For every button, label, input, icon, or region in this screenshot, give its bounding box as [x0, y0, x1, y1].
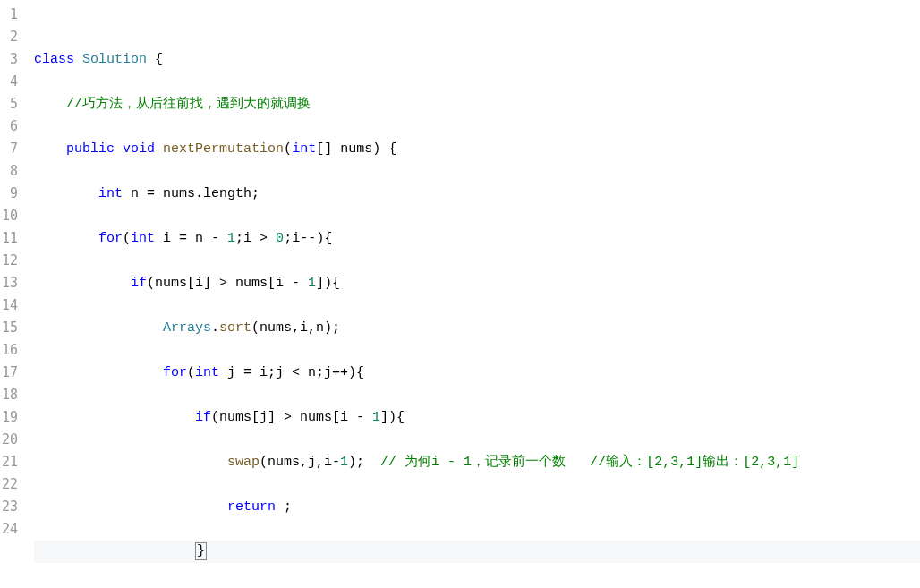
line-number: 5 [0, 93, 18, 115]
line-number: 16 [0, 339, 18, 362]
line-number-gutter: 1 2 3 4 5 6 7 8 9 10 11 12 13 14 15 16 1… [0, 0, 25, 588]
code-line-current[interactable]: } [34, 541, 920, 563]
line-number: 1 [0, 4, 18, 26]
line-number: 2 [0, 26, 18, 48]
line-number: 14 [0, 294, 18, 317]
line-number: 24 [0, 518, 18, 541]
code-line[interactable]: if(nums[j] > nums[i - 1]){ [34, 406, 920, 429]
line-number: 20 [0, 429, 18, 451]
line-number: 17 [0, 362, 18, 384]
code-line[interactable]: class Solution { [34, 48, 920, 71]
cursor: } [195, 542, 207, 560]
line-number: 8 [0, 160, 18, 183]
line-number: 10 [0, 205, 18, 227]
code-line[interactable]: for(int j = i;j < n;j++){ [34, 362, 920, 384]
line-number: 13 [0, 272, 18, 294]
code-line[interactable]: int n = nums.length; [34, 183, 920, 205]
code-line[interactable]: if(nums[i] > nums[i - 1]){ [34, 272, 920, 294]
line-number: 6 [0, 115, 18, 138]
line-number: 23 [0, 496, 18, 518]
line-number: 12 [0, 250, 18, 272]
line-number: 22 [0, 473, 18, 496]
line-number: 21 [0, 451, 18, 473]
line-number: 7 [0, 138, 18, 160]
code-line[interactable]: Arrays.sort(nums,i,n); [34, 317, 920, 339]
line-number: 18 [0, 384, 18, 406]
code-line[interactable]: return ; [34, 496, 920, 518]
line-number: 9 [0, 183, 18, 205]
line-number: 4 [0, 71, 18, 93]
line-number: 3 [0, 48, 18, 71]
code-line[interactable]: swap(nums,j,i-1); // 为何i - 1，记录前一个数 //输入… [34, 451, 920, 473]
line-number: 11 [0, 227, 18, 250]
code-line[interactable]: public void nextPermutation(int[] nums) … [34, 138, 920, 160]
code-editor[interactable]: class Solution { //巧方法，从后往前找，遇到大的就调换 pub… [25, 0, 920, 588]
line-number: 15 [0, 317, 18, 339]
code-line[interactable]: //巧方法，从后往前找，遇到大的就调换 [34, 93, 920, 115]
line-number: 19 [0, 406, 18, 429]
code-line[interactable]: for(int i = n - 1;i > 0;i--){ [34, 227, 920, 250]
